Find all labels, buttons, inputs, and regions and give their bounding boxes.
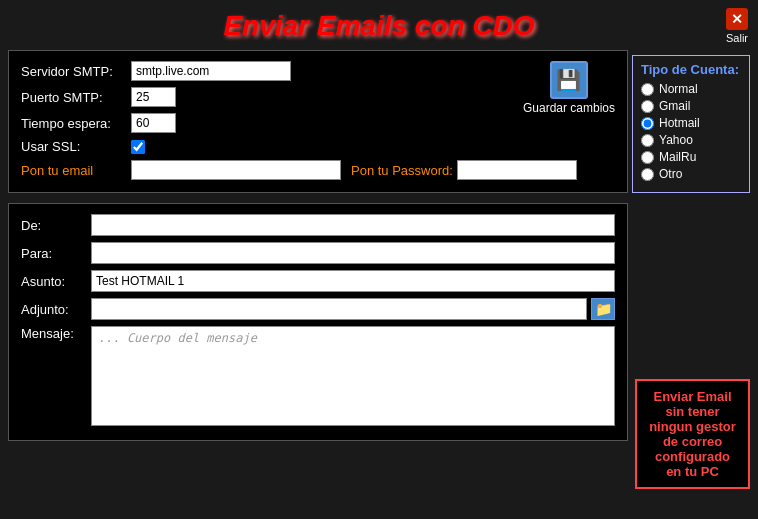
- radio-otro[interactable]: Otro: [641, 167, 739, 181]
- email-password-row: Pon tu email Pon tu Password:: [21, 160, 615, 180]
- radio-mailru[interactable]: MailRu: [641, 150, 739, 164]
- close-icon[interactable]: ✕: [726, 8, 748, 30]
- smtp-port-label: Puerto SMTP:: [21, 90, 131, 105]
- smtp-ssl-label: Usar SSL:: [21, 139, 131, 154]
- email-compose-box: De: Para: Asunto: Adjunto: 📁 Mensaje:: [8, 203, 628, 441]
- smtp-server-label: Servidor SMTP:: [21, 64, 131, 79]
- smtp-port-input[interactable]: [131, 87, 176, 107]
- exit-label: Salir: [726, 32, 748, 44]
- radio-hotmail[interactable]: Hotmail: [641, 116, 739, 130]
- radio-normal[interactable]: Normal: [641, 82, 739, 96]
- smtp-server-input[interactable]: [131, 61, 291, 81]
- radio-yahoo[interactable]: Yahoo: [641, 133, 739, 147]
- save-label: Guardar cambios: [523, 101, 615, 115]
- account-type-panel: Tipo de Cuenta: Normal Gmail Hotmail Yah…: [632, 55, 750, 193]
- save-button[interactable]: 💾 Guardar cambios: [523, 61, 615, 115]
- title-area: Enviar Emails con CDO: [0, 0, 758, 50]
- asunto-input[interactable]: [91, 270, 615, 292]
- de-row: De:: [21, 214, 615, 236]
- exit-button[interactable]: ✕ Salir: [726, 8, 748, 44]
- save-icon: 💾: [550, 61, 588, 99]
- para-input[interactable]: [91, 242, 615, 264]
- mensaje-textarea[interactable]: [91, 326, 615, 426]
- adjunto-row: Adjunto: 📁: [21, 298, 615, 320]
- asunto-label: Asunto:: [21, 274, 91, 289]
- smtp-timeout-input[interactable]: [131, 113, 176, 133]
- de-label: De:: [21, 218, 91, 233]
- radio-gmail[interactable]: Gmail: [641, 99, 739, 113]
- smtp-timeout-label: Tiempo espera:: [21, 116, 131, 131]
- password-field-label: Pon tu Password:: [351, 163, 453, 178]
- mensaje-row: Mensaje:: [21, 326, 615, 426]
- para-row: Para:: [21, 242, 615, 264]
- de-input[interactable]: [91, 214, 615, 236]
- smtp-timeout-row: Tiempo espera:: [21, 113, 615, 133]
- email-field-label: Pon tu email: [21, 163, 131, 178]
- asunto-row: Asunto:: [21, 270, 615, 292]
- smtp-config-box: 💾 Guardar cambios Servidor SMTP: Puerto …: [8, 50, 628, 193]
- mensaje-label: Mensaje:: [21, 326, 91, 341]
- ssl-checkbox[interactable]: [131, 140, 145, 154]
- adjunto-input[interactable]: [91, 298, 587, 320]
- browse-button[interactable]: 📁: [591, 298, 615, 320]
- smtp-ssl-row: Usar SSL:: [21, 139, 615, 154]
- send-email-button[interactable]: Enviar Email sin tener ningun gestor de …: [635, 379, 750, 489]
- password-input[interactable]: [457, 160, 577, 180]
- para-label: Para:: [21, 246, 91, 261]
- page-title: Enviar Emails con CDO: [223, 10, 534, 41]
- email-input[interactable]: [131, 160, 341, 180]
- account-type-title: Tipo de Cuenta:: [641, 62, 739, 77]
- adjunto-label: Adjunto:: [21, 302, 91, 317]
